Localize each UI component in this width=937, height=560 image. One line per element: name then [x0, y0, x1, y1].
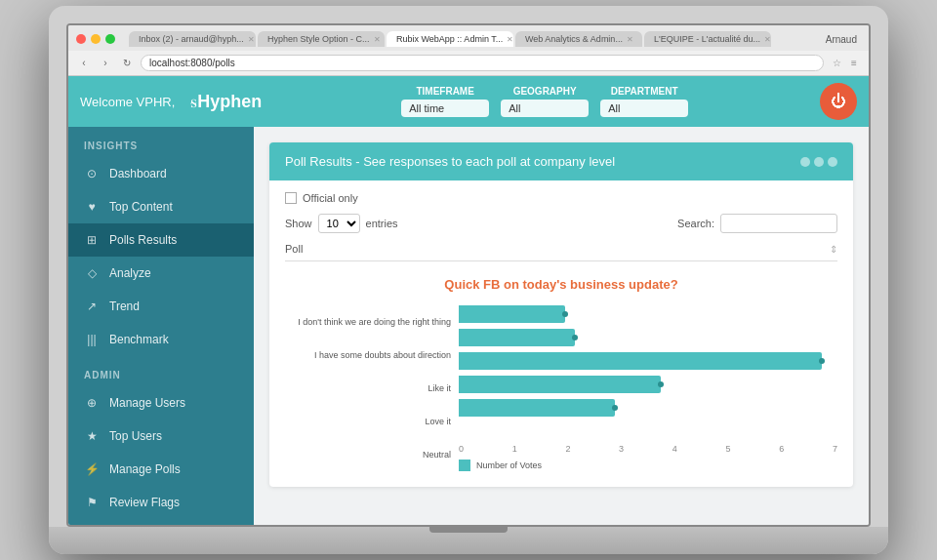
app-container: Welcome VPHR, ᵴHyphen Timeframe All time… — [68, 76, 869, 525]
bar-row-4 — [459, 399, 837, 417]
sidebar-item-top-content[interactable]: ♥ Top Content — [68, 190, 254, 223]
sidebar: INSIGHTS ⊙ Dashboard ♥ Top Content ⊞ Pol… — [68, 127, 254, 525]
chart-area: I don't think we are doing the right thi… — [285, 305, 837, 471]
top-users-icon: ★ — [84, 428, 100, 444]
sidebar-item-review-flags[interactable]: ⚑ Review Flags — [68, 486, 254, 519]
browser-tab-2[interactable]: Hyphen Style Option - C... ✕ — [258, 31, 385, 47]
sidebar-item-manage-users[interactable]: ⊕ Manage Users — [68, 386, 254, 420]
analyze-icon: ◇ — [84, 265, 100, 281]
content-card: Poll Results - See responses to each pol… — [269, 142, 853, 487]
show-label: Show — [285, 218, 312, 229]
x-tick-5: 5 — [726, 444, 731, 454]
official-only-row: Official only — [285, 192, 837, 204]
minimize-button[interactable] — [91, 34, 101, 44]
sidebar-item-manage-polls[interactable]: ⚡ Manage Polls — [68, 453, 254, 486]
forward-button[interactable]: › — [98, 56, 113, 71]
search-area: Search: — [677, 214, 837, 233]
official-only-checkbox[interactable] — [285, 192, 297, 204]
sidebar-item-dashboard[interactable]: ⊙ Dashboard — [68, 157, 254, 190]
star-icon[interactable]: ☆ — [830, 57, 843, 70]
card-close[interactable] — [828, 157, 837, 167]
card-minimize[interactable] — [800, 157, 810, 167]
sort-icon[interactable]: ⇕ — [830, 244, 837, 255]
logo-area: ᵴHyphen — [190, 92, 262, 112]
bar-row-0 — [459, 305, 837, 323]
sidebar-label-review-flags: Review Flags — [109, 496, 180, 509]
x-tick-2: 2 — [565, 444, 570, 454]
department-select[interactable]: All — [600, 100, 688, 117]
chart-label-0: I don't think we are doing the right thi… — [285, 314, 451, 331]
welcome-text: Welcome VPHR, — [80, 95, 175, 109]
sidebar-item-top-users[interactable]: ★ Top Users — [68, 420, 254, 453]
x-tick-6: 6 — [779, 444, 784, 454]
bar-fill-3 — [459, 376, 661, 393]
legend-text: Number of Votes — [476, 460, 542, 470]
sidebar-label-analyze: Analyze — [109, 266, 151, 280]
geography-select[interactable]: All — [501, 100, 589, 117]
trend-icon: ↗ — [84, 299, 100, 314]
laptop-screen: Inbox (2) - arnaud@hyph... ✕ Hyphen Styl… — [66, 23, 871, 527]
card-window-controls — [800, 157, 837, 167]
laptop-shell: Inbox (2) - arnaud@hyph... ✕ Hyphen Styl… — [49, 6, 888, 554]
close-button[interactable] — [76, 34, 86, 44]
address-bar[interactable]: localhost:8080/polls — [141, 55, 824, 71]
toolbar-icons: ☆ ≡ — [830, 57, 861, 70]
sidebar-item-trend[interactable]: ↗ Trend — [68, 290, 254, 323]
chart-labels: I don't think we are doing the right thi… — [285, 305, 451, 471]
card-title: Poll Results - See responses to each pol… — [285, 154, 615, 169]
admin-section-label: ADMIN — [68, 356, 254, 386]
sidebar-item-analyze[interactable]: ◇ Analyze — [68, 257, 254, 290]
bar-dot-1 — [572, 335, 578, 340]
app-body: INSIGHTS ⊙ Dashboard ♥ Top Content ⊞ Pol… — [68, 127, 869, 525]
card-maximize[interactable] — [814, 157, 824, 167]
chart-label-1: I have some doubts about direction — [285, 347, 451, 364]
browser-tab-3[interactable]: Rubix WebApp :: Admin T... ✕ — [387, 31, 513, 47]
x-tick-7: 7 — [833, 444, 837, 454]
bar-fill-4 — [459, 399, 615, 417]
entries-select[interactable]: 10 25 50 — [318, 214, 360, 233]
chart-title: Quick FB on today's business update? — [285, 277, 837, 292]
sidebar-label-top-content: Top Content — [109, 200, 173, 214]
browser-tab-1[interactable]: Inbox (2) - arnaud@hyph... ✕ — [129, 31, 256, 47]
search-label: Search: — [677, 218, 714, 229]
poll-col-label: Poll — [285, 243, 303, 255]
browser-titlebar: Inbox (2) - arnaud@hyph... ✕ Hyphen Styl… — [68, 25, 869, 51]
refresh-button[interactable]: ↻ — [119, 56, 135, 71]
insights-section-label: INSIGHTS — [68, 127, 254, 157]
bar-fill-2 — [459, 352, 822, 370]
chart-label-2: Like it — [285, 380, 451, 397]
bar-dot-2 — [819, 358, 825, 364]
sidebar-item-your-settings[interactable]: ⚙ Your Settings — [68, 519, 254, 525]
browser-tab-4[interactable]: Web Analytics & Admin... ✕ — [515, 31, 642, 47]
browser-tab-5[interactable]: L'EQUIPE - L'actualité du... ✕ — [644, 31, 771, 47]
polls-icon: ⊞ — [84, 232, 100, 248]
timeframe-select[interactable]: All time — [401, 100, 489, 117]
x-tick-0: 0 — [459, 444, 464, 454]
search-input[interactable] — [720, 214, 837, 233]
back-button[interactable]: ‹ — [76, 56, 92, 71]
power-button[interactable]: ⏻ — [820, 83, 857, 120]
maximize-button[interactable] — [105, 34, 115, 44]
chart-label-3: Love it — [285, 414, 451, 430]
sidebar-item-polls-results[interactable]: ⊞ Polls Results — [68, 223, 254, 257]
timeframe-label: Timeframe — [416, 86, 473, 97]
laptop-base — [49, 527, 888, 554]
sidebar-label-manage-polls: Manage Polls — [109, 462, 181, 476]
official-only-label: Official only — [303, 192, 358, 204]
card-header: Poll Results - See responses to each pol… — [269, 142, 853, 180]
bar-dot-4 — [612, 405, 618, 411]
chart-bars-container: 01234567 Number of Votes — [459, 305, 837, 471]
main-content: Poll Results - See responses to each pol… — [254, 127, 869, 525]
app-header: Welcome VPHR, ᵴHyphen Timeframe All time… — [68, 76, 869, 127]
chart-section: Quick FB on today's business update? I d… — [285, 273, 837, 475]
poll-header-row: Poll ⇕ — [285, 243, 837, 261]
sidebar-item-benchmark[interactable]: ||| Benchmark — [68, 323, 254, 356]
chart-bars — [459, 305, 837, 440]
traffic-lights — [76, 34, 115, 44]
chart-x-axis: 01234567 — [459, 440, 837, 454]
dashboard-icon: ⊙ — [84, 166, 100, 181]
menu-icon[interactable]: ≡ — [847, 57, 861, 70]
browser-toolbar: ‹ › ↻ localhost:8080/polls ☆ ≡ — [68, 51, 869, 75]
bar-row-2 — [459, 352, 837, 370]
bar-row-3 — [459, 376, 837, 393]
